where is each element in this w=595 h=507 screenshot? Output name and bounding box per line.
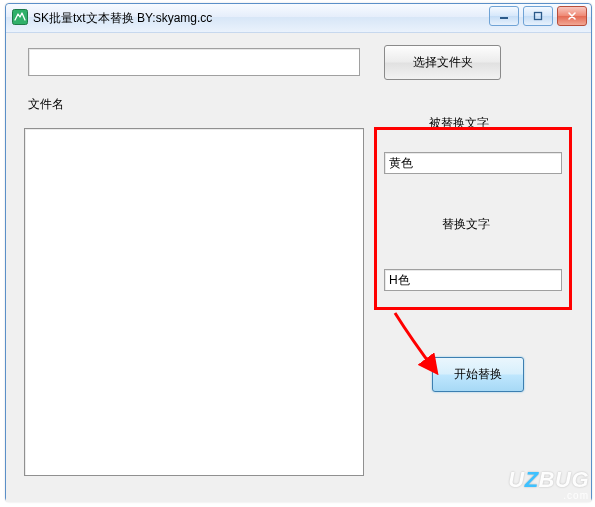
watermark-line1: UZBUG [508,469,589,491]
file-list[interactable] [24,128,364,476]
watermark-line2: .com [508,491,589,501]
replace-to-input[interactable] [384,269,562,291]
select-folder-button[interactable]: 选择文件夹 [384,45,501,80]
filename-label: 文件名 [28,96,64,113]
replace-with-label: 替换文字 [442,216,490,233]
start-replace-button[interactable]: 开始替换 [432,357,524,392]
window-controls [489,6,587,26]
start-replace-label: 开始替换 [454,366,502,383]
titlebar: SK批量txt文本替换 BY:skyamg.cc [6,4,591,33]
window-title: SK批量txt文本替换 BY:skyamg.cc [33,10,212,27]
replace-from-input[interactable] [384,152,562,174]
minimize-icon [499,11,509,21]
maximize-icon [533,11,543,21]
folder-path-input[interactable] [28,48,360,76]
client-area: 选择文件夹 文件名 被替换文字 替换文字 开始替换 [6,33,591,502]
minimize-button[interactable] [489,6,519,26]
watermark: UZBUG .com [508,469,589,501]
select-folder-label: 选择文件夹 [413,54,473,71]
app-icon [12,9,28,25]
close-icon [567,11,577,21]
svg-rect-1 [500,17,508,19]
canvas: SK批量txt文本替换 BY:skyamg.cc [0,0,595,507]
close-button[interactable] [557,6,587,26]
svg-rect-2 [535,13,542,20]
maximize-button[interactable] [523,6,553,26]
app-window: SK批量txt文本替换 BY:skyamg.cc [5,3,592,502]
